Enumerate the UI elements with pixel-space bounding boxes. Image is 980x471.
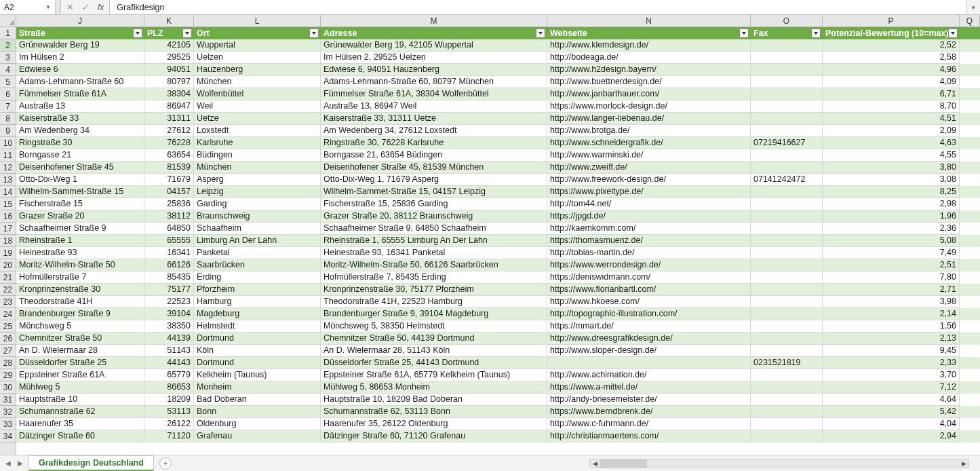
cell[interactable]: 2,98 bbox=[823, 198, 960, 210]
table-row[interactable]: Grünewalder Berg 1942105WuppertalGrünewa… bbox=[16, 39, 980, 52]
cell[interactable]: Im Hülsen 2, 29525 Uelzen bbox=[321, 52, 547, 64]
row-header[interactable]: 22 bbox=[0, 284, 16, 296]
cell[interactable]: Kaiserstraße 33 bbox=[16, 113, 144, 125]
table-row[interactable]: Hofmüllerstraße 785435ErdingHofmüllerstr… bbox=[16, 271, 980, 284]
cell[interactable] bbox=[751, 39, 823, 52]
cell[interactable]: 2,33 bbox=[823, 357, 960, 369]
cell[interactable]: Mönchsweg 5, 38350 Helmstedt bbox=[321, 320, 547, 333]
cell[interactable]: Deisenhofener Straße 45, 81539 München bbox=[321, 162, 547, 174]
cell[interactable]: Wilhelm-Sammet-Straße 15, 04157 Leipzig bbox=[321, 186, 547, 198]
cell[interactable] bbox=[751, 149, 823, 162]
cell[interactable]: http://andy-briesemeister.de/ bbox=[547, 394, 751, 406]
cell[interactable]: Grafenau bbox=[194, 430, 321, 442]
header-ort[interactable]: Ort bbox=[194, 27, 321, 39]
cell[interactable]: 71120 bbox=[144, 430, 194, 442]
cell[interactable]: Monheim bbox=[194, 381, 321, 394]
row-header[interactable]: 5 bbox=[0, 76, 16, 88]
cell[interactable]: München bbox=[194, 76, 321, 88]
cell[interactable]: Dätzinger Straße 60, 71120 Grafenau bbox=[321, 430, 547, 442]
cell[interactable]: https://www.pixeltype.de/ bbox=[547, 186, 751, 198]
cell[interactable] bbox=[751, 394, 823, 406]
cell[interactable] bbox=[751, 259, 823, 271]
cell[interactable]: Moritz-Wilhelm-Straße 50, 66126 Saarbrüc… bbox=[321, 259, 547, 271]
cell[interactable] bbox=[751, 284, 823, 296]
cell[interactable]: https://www.florianbartl.com/ bbox=[547, 284, 751, 296]
cell[interactable]: Am Wedenberg 34 bbox=[16, 125, 144, 137]
cell[interactable]: 31311 bbox=[144, 113, 194, 125]
row-header[interactable]: 28 bbox=[0, 357, 16, 369]
cell[interactable] bbox=[751, 210, 823, 223]
cell[interactable]: http://www.buettnerdesign.de/ bbox=[547, 76, 751, 88]
cell[interactable]: 71679 bbox=[144, 174, 194, 186]
cell[interactable]: http://tobias-martin.de/ bbox=[547, 247, 751, 259]
cell[interactable]: Grünewalder Berg 19, 42105 Wuppertal bbox=[321, 39, 547, 52]
cell[interactable]: 2,58 bbox=[823, 52, 960, 64]
cell[interactable]: Eppsteiner Straße 61A bbox=[16, 369, 144, 381]
cell[interactable]: 16341 bbox=[144, 247, 194, 259]
cell[interactable]: Fümmelser Straße 61A bbox=[16, 88, 144, 100]
cell[interactable] bbox=[751, 113, 823, 125]
row-header[interactable]: 1 bbox=[0, 27, 16, 39]
cell[interactable] bbox=[751, 430, 823, 442]
row-header[interactable]: 23 bbox=[0, 296, 16, 308]
cell[interactable]: https://www.a-mittel.de/ bbox=[547, 381, 751, 394]
cell[interactable] bbox=[751, 381, 823, 394]
row-header[interactable]: 2 bbox=[0, 39, 16, 52]
cell[interactable]: Loxstedt bbox=[194, 125, 321, 137]
filter-icon[interactable] bbox=[739, 29, 749, 38]
row-header[interactable]: 34 bbox=[0, 430, 16, 442]
table-row[interactable]: Wilhelm-Sammet-Straße 1504157LeipzigWilh… bbox=[16, 186, 980, 198]
cell[interactable]: Hofmüllerstraße 7 bbox=[16, 271, 144, 284]
cell[interactable]: Erding bbox=[194, 271, 321, 284]
cell[interactable] bbox=[751, 198, 823, 210]
column-header[interactable]: M bbox=[321, 15, 547, 26]
cell[interactable]: 86947 bbox=[144, 100, 194, 113]
cell[interactable]: Uetze bbox=[194, 113, 321, 125]
row-header[interactable]: 24 bbox=[0, 308, 16, 320]
cell[interactable]: Mühlweg 5 bbox=[16, 381, 144, 394]
cell[interactable]: Schaafheimer Straße 9, 64850 Schaafheim bbox=[321, 223, 547, 235]
cell[interactable] bbox=[751, 125, 823, 137]
table-row[interactable]: Theodorstraße 41H22523HamburgTheodorstra… bbox=[16, 296, 980, 308]
row-header[interactable]: 17 bbox=[0, 223, 16, 235]
cell[interactable]: 5,08 bbox=[823, 235, 960, 247]
cell[interactable]: 3,08 bbox=[823, 174, 960, 186]
row-header[interactable]: 27 bbox=[0, 345, 16, 357]
table-row[interactable]: Eppsteiner Straße 61A65779Kelkheim (Taun… bbox=[16, 369, 980, 381]
cell[interactable]: 27612 bbox=[144, 125, 194, 137]
cell[interactable]: An D. Wielermaar 28, 51143 Köln bbox=[321, 345, 547, 357]
cell[interactable]: 42105 bbox=[144, 39, 194, 52]
cell[interactable]: 8,70 bbox=[823, 100, 960, 113]
column-header[interactable]: N bbox=[547, 15, 751, 26]
header-webseite[interactable]: Webseite bbox=[547, 27, 751, 39]
cell[interactable]: Otto-Dix-Weg 1 bbox=[16, 174, 144, 186]
cell[interactable]: 1,96 bbox=[823, 210, 960, 223]
row-header[interactable]: 29 bbox=[0, 369, 16, 381]
filter-icon[interactable] bbox=[948, 29, 958, 38]
enter-icon[interactable]: ✓ bbox=[82, 2, 90, 12]
cell[interactable]: Kelkheim (Taunus) bbox=[194, 369, 321, 381]
cell[interactable] bbox=[751, 296, 823, 308]
cell[interactable]: Magdeburg bbox=[194, 308, 321, 320]
cell[interactable]: Mönchsweg 5 bbox=[16, 320, 144, 333]
row-header[interactable]: 9 bbox=[0, 125, 16, 137]
table-row[interactable]: Kronprinzenstraße 3075177PforzheimKronpr… bbox=[16, 284, 980, 296]
cell[interactable]: Dortmund bbox=[194, 357, 321, 369]
fx-icon[interactable]: fx bbox=[98, 3, 104, 12]
cell[interactable]: Oldenburg bbox=[194, 418, 321, 430]
header-fax[interactable]: Fax bbox=[751, 27, 823, 39]
cell[interactable]: 2,13 bbox=[823, 333, 960, 345]
horizontal-scrollbar[interactable]: ◀ ▶ bbox=[589, 459, 969, 468]
cell[interactable]: Kaiserstraße 33, 31311 Uetze bbox=[321, 113, 547, 125]
row-header[interactable]: 10 bbox=[0, 137, 16, 149]
cell[interactable]: Dätzinger Straße 60 bbox=[16, 430, 144, 442]
table-row[interactable]: Haarenufer 3526122OldenburgHaarenufer 35… bbox=[16, 418, 980, 430]
row-header[interactable]: 8 bbox=[0, 113, 16, 125]
cell[interactable]: Rheinstraße 1 bbox=[16, 235, 144, 247]
table-row[interactable]: Deisenhofener Straße 4581539MünchenDeise… bbox=[16, 162, 980, 174]
cell[interactable]: Wolfenbüttel bbox=[194, 88, 321, 100]
row-header[interactable]: 30 bbox=[0, 381, 16, 394]
cell[interactable]: Am Wedenberg 34, 27612 Loxstedt bbox=[321, 125, 547, 137]
cell[interactable]: Wuppertal bbox=[194, 39, 321, 52]
table-row[interactable]: Rheinstraße 165555Limburg An Der LahnRhe… bbox=[16, 235, 980, 247]
